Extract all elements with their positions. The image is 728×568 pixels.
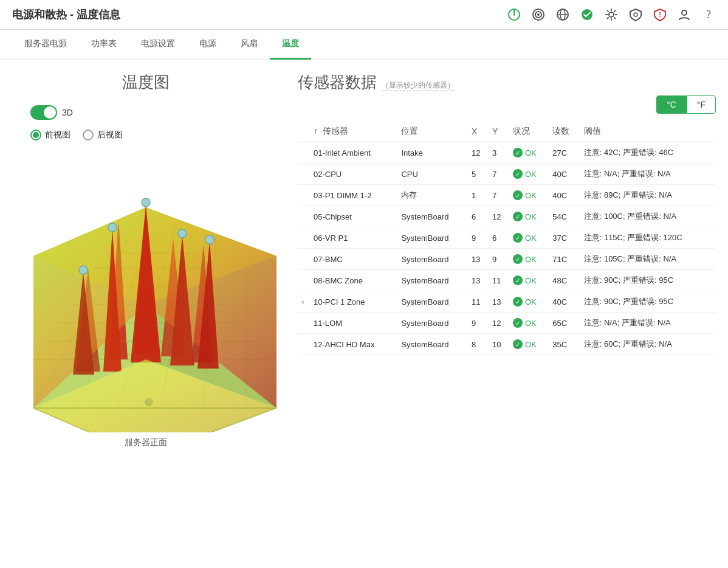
y-cell: 6 <box>489 227 509 249</box>
status-ok: ✓ OK <box>513 339 545 349</box>
tab-fan[interactable]: 风扇 <box>228 30 270 60</box>
status-ok-icon: ✓ <box>513 318 523 328</box>
sensor-name-cell: 06-VR P1 <box>310 227 397 249</box>
expand-cell <box>298 164 310 185</box>
status-ok: ✓ OK <box>513 148 545 158</box>
location-cell: Intake <box>397 142 468 164</box>
col-header-threshold: 阈值 <box>580 121 716 142</box>
check-icon[interactable] <box>580 7 594 22</box>
threshold-cell: 注意: N/A; 严重错误: N/A <box>580 164 716 185</box>
table-row: ›10-PCI 1 ZoneSystemBoard1113✓ OK40C注意: … <box>298 291 716 313</box>
status-ok-icon: ✓ <box>513 254 523 264</box>
expand-cell: › <box>298 291 310 313</box>
table-row: 05-ChipsetSystemBoard612✓ OK54C注意: 100C;… <box>298 206 716 227</box>
svg-text:?: ? <box>706 9 711 21</box>
status-cell: ✓ OK <box>509 270 549 291</box>
front-view-radio[interactable]: 前视图 <box>30 130 70 140</box>
location-cell: SystemBoard <box>397 291 468 313</box>
toggle-bg <box>30 105 57 120</box>
x-cell: 8 <box>468 334 489 355</box>
tab-temperature[interactable]: 温度 <box>270 30 311 60</box>
fahrenheit-button[interactable]: °F <box>687 95 716 114</box>
svg-point-56 <box>178 229 187 238</box>
status-ok: ✓ OK <box>513 275 545 285</box>
unit-toggle: °C °F <box>298 95 716 114</box>
threshold-cell: 注意: 100C; 严重错误: N/A <box>580 206 716 227</box>
sensor-name-cell: 05-Chipset <box>310 206 397 227</box>
sensor-subtitle[interactable]: （显示较少的传感器） <box>382 80 455 91</box>
expand-arrow[interactable]: › <box>301 297 304 307</box>
reading-cell: 37C <box>549 227 580 249</box>
help-icon[interactable]: ? <box>701 7 716 22</box>
table-row: 06-VR P1SystemBoard96✓ OK37C注意: 115C; 严重… <box>298 227 716 249</box>
tab-server-power[interactable]: 服务器电源 <box>12 30 79 60</box>
y-cell: 12 <box>489 206 509 227</box>
location-cell: CPU <box>397 164 468 185</box>
globe-icon[interactable] <box>555 7 570 22</box>
threshold-cell: 注意: 105C; 严重错误: N/A <box>580 249 716 270</box>
3d-label: 3D <box>62 108 73 117</box>
threshold-cell: 注意: 42C; 严重错误: 46C <box>580 142 716 164</box>
back-view-radio-circle <box>83 130 94 140</box>
view-radio-group: 前视图 后视图 <box>12 130 123 140</box>
celsius-button[interactable]: °C <box>656 95 687 114</box>
status-ok-icon: ✓ <box>513 212 523 221</box>
sensor-name-cell: 12-AHCI HD Max <box>310 334 397 355</box>
power-icon[interactable] <box>507 7 521 22</box>
svg-point-4 <box>537 13 540 16</box>
y-cell: 7 <box>489 164 509 185</box>
expand-cell <box>298 313 310 334</box>
location-cell: SystemBoard <box>397 334 468 355</box>
reading-cell: 40C <box>549 185 580 206</box>
shield-icon[interactable] <box>628 7 643 22</box>
table-row: 01-Inlet AmbientIntake123✓ OK27C注意: 42C;… <box>298 142 716 164</box>
status-cell: ✓ OK <box>509 334 549 355</box>
svg-point-58 <box>79 266 88 274</box>
expand-cell <box>298 227 310 249</box>
front-view-radio-circle <box>30 130 41 140</box>
x-cell: 5 <box>468 164 489 185</box>
svg-point-55 <box>142 198 150 207</box>
threshold-cell: 注意: 115C; 严重错误: 120C <box>580 227 716 249</box>
col-header-location: 位置 <box>397 121 468 142</box>
sensor-name-cell: 10-PCI 1 Zone <box>310 291 397 313</box>
status-cell: ✓ OK <box>509 164 549 185</box>
header-icons: ! ? <box>507 7 716 22</box>
table-row: 12-AHCI HD MaxSystemBoard810✓ OK35C注意: 6… <box>298 334 716 355</box>
reading-cell: 71C <box>549 249 580 270</box>
location-cell: SystemBoard <box>397 270 468 291</box>
location-cell: 内存 <box>397 185 468 206</box>
back-view-radio[interactable]: 后视图 <box>83 130 123 140</box>
x-cell: 6 <box>468 206 489 227</box>
target-icon[interactable] <box>531 7 546 22</box>
svg-point-57 <box>205 235 214 244</box>
status-ok-icon: ✓ <box>513 297 523 307</box>
user-icon[interactable] <box>677 7 692 22</box>
alert-shield-icon[interactable]: ! <box>653 7 667 22</box>
tab-power[interactable]: 电源 <box>187 30 228 60</box>
toggle-knob <box>44 106 56 119</box>
status-cell: ✓ OK <box>509 142 549 164</box>
tab-power-table[interactable]: 功率表 <box>79 30 129 60</box>
svg-point-20 <box>682 10 687 15</box>
reading-cell: 40C <box>549 164 580 185</box>
svg-text:!: ! <box>659 11 661 18</box>
svg-line-17 <box>608 18 609 19</box>
3d-toggle-switch[interactable] <box>30 105 57 120</box>
table-row: 08-BMC ZoneSystemBoard1311✓ OK48C注意: 90C… <box>298 270 716 291</box>
x-cell: 9 <box>468 227 489 249</box>
toggle-3d-container: 3D <box>30 105 73 120</box>
col-header-x: X <box>468 121 489 142</box>
threshold-cell: 注意: 90C; 严重错误: 95C <box>580 270 716 291</box>
y-cell: 3 <box>489 142 509 164</box>
status-ok-icon: ✓ <box>513 148 523 158</box>
brightness-icon[interactable] <box>604 7 619 22</box>
reading-cell: 35C <box>549 334 580 355</box>
svg-point-54 <box>108 223 117 232</box>
expand-cell <box>298 142 310 164</box>
tab-power-settings[interactable]: 电源设置 <box>129 30 187 60</box>
x-cell: 13 <box>468 270 489 291</box>
table-header-row: ↑ 传感器 位置 X Y 状况 读数 阈值 <box>298 121 716 142</box>
x-cell: 11 <box>468 291 489 313</box>
temperature-chart <box>15 147 276 432</box>
